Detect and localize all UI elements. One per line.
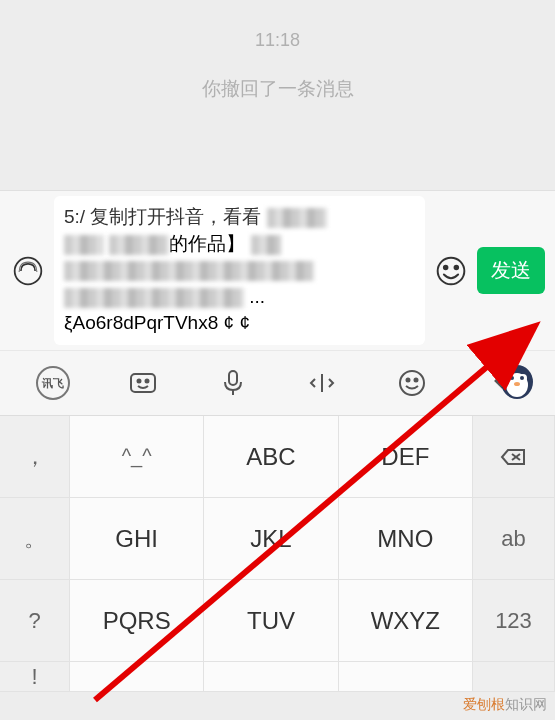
recall-notice: 你撤回了一条消息 xyxy=(0,76,555,102)
key-period[interactable]: 。 xyxy=(0,498,70,580)
key-emoticon[interactable]: ^_^ xyxy=(70,416,204,498)
keyboard-face-icon[interactable] xyxy=(125,365,161,401)
svg-rect-11 xyxy=(131,374,155,392)
sticker-penguin[interactable] xyxy=(497,360,537,400)
svg-point-8 xyxy=(510,376,514,380)
svg-point-3 xyxy=(455,265,459,269)
key-question[interactable]: ? xyxy=(0,580,70,662)
smile-icon[interactable] xyxy=(394,365,430,401)
keyboard: ， ^_^ ABC DEF 。 GHI JKL MNO ab ? PQRS TU… xyxy=(0,415,555,692)
ime-brand-badge[interactable]: 讯飞 xyxy=(35,365,71,401)
svg-point-1 xyxy=(438,257,465,284)
svg-point-9 xyxy=(520,376,524,380)
key-ab-mode[interactable]: ab xyxy=(473,498,555,580)
svg-point-10 xyxy=(514,382,520,386)
key-jkl[interactable]: JKL xyxy=(204,498,338,580)
chat-area: 11:18 你撤回了一条消息 xyxy=(0,0,555,190)
key-wxyz[interactable]: WXYZ xyxy=(339,580,473,662)
svg-point-17 xyxy=(400,371,424,395)
key-def[interactable]: DEF xyxy=(339,416,473,498)
key-abc[interactable]: ABC xyxy=(204,416,338,498)
svg-point-13 xyxy=(145,380,148,383)
svg-point-2 xyxy=(444,265,448,269)
svg-point-18 xyxy=(407,379,410,382)
key-tuv[interactable]: TUV xyxy=(204,580,338,662)
svg-point-19 xyxy=(415,379,418,382)
key-backspace[interactable] xyxy=(473,416,555,498)
voice-input-icon[interactable] xyxy=(10,253,46,289)
key-123-mode[interactable]: 123 xyxy=(473,580,555,662)
svg-point-12 xyxy=(137,380,140,383)
send-button[interactable]: 发送 xyxy=(477,247,545,294)
message-input[interactable]: 5:/ 复制打开抖音，看看 的作品】 ... ξAo6r8dPqrTVhx8 ¢… xyxy=(54,196,425,345)
key-ghi[interactable]: GHI xyxy=(70,498,204,580)
microphone-icon[interactable] xyxy=(215,365,251,401)
cursor-move-icon[interactable] xyxy=(304,365,340,401)
key-exclaim[interactable]: ! xyxy=(0,662,70,692)
ime-toolbar: 讯飞 xyxy=(0,350,555,415)
key-comma[interactable]: ， xyxy=(0,416,70,498)
svg-rect-14 xyxy=(229,371,237,385)
input-bar: 5:/ 复制打开抖音，看看 的作品】 ... ξAo6r8dPqrTVhx8 ¢… xyxy=(0,190,555,350)
watermark: 爱刨根知识网 xyxy=(463,696,547,714)
key-pqrs[interactable]: PQRS xyxy=(70,580,204,662)
emoji-picker-icon[interactable] xyxy=(433,253,469,289)
key-mno[interactable]: MNO xyxy=(339,498,473,580)
message-timestamp: 11:18 xyxy=(0,30,555,51)
